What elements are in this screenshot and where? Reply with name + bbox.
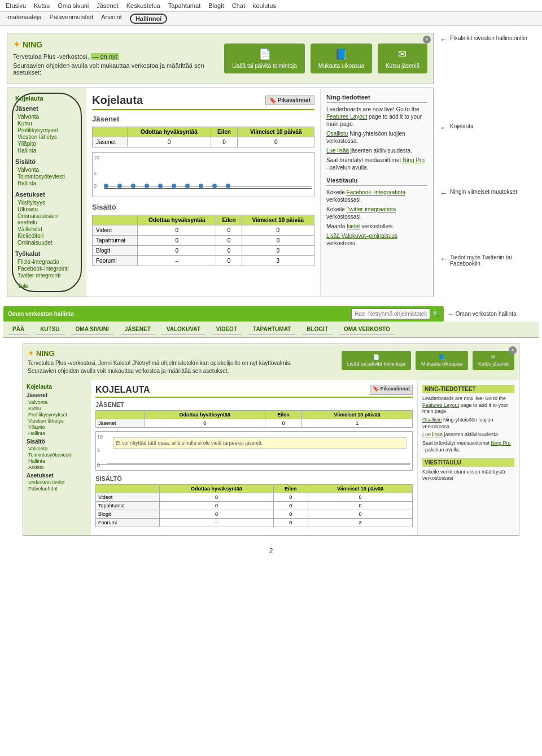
fa-osallistu-link[interactable]: Osallistu [422, 417, 442, 423]
fa-palveluehdot[interactable]: Palveluehdot [27, 486, 88, 492]
fa-ning-pro-link[interactable]: Ning Pro [491, 440, 511, 446]
fa-profiili-link[interactable]: Profilikysymykset [27, 412, 88, 418]
nav-etusivu[interactable]: Etusivu [6, 2, 26, 9]
ning-name: NING [23, 40, 42, 49]
sidebar-kielieditori[interactable]: Kielieditori [15, 233, 78, 239]
sidebar-yllapito-link[interactable]: Ylläpito [15, 141, 78, 147]
sidebar-oval: Kojelauta Jäsenet Valvonta Kutsu Profili… [12, 93, 82, 292]
nav-chat[interactable]: Chat [232, 2, 245, 9]
nav-blogit[interactable]: Blogit [208, 2, 224, 9]
mukauta-button[interactable]: 📘 Mukauta ulkoasua [311, 44, 372, 73]
oman-nav-jasenet[interactable]: JÄSENET [120, 324, 155, 335]
fa-close-icon[interactable]: × [509, 346, 517, 354]
oman-nav-paa[interactable]: PÄÄ [8, 324, 29, 335]
twitter-link[interactable]: Twitter-integraatiota [346, 206, 396, 212]
list-item: Lue lisää jäsenten aktiivisuudesta. [326, 147, 427, 154]
lisaa-toimintoja-button[interactable]: 📄 Lisää tai päivitä toimintoja [224, 44, 305, 73]
annotations-right: ← Pikalinkit sivuston hallinnointiin ← K… [437, 29, 539, 301]
osallistu-link[interactable]: Osallistu [326, 131, 348, 137]
sidebar-flickr[interactable]: Flickr-integraatio [15, 259, 78, 265]
kielet-link[interactable]: kielet [347, 223, 360, 229]
fa-arkisto-link[interactable]: Arkisto [27, 464, 88, 470]
fa-mukauta-button[interactable]: 📘 Mukauta ulkoasua [416, 351, 468, 370]
sidebar-hallinta-link[interactable]: Hallinta [15, 147, 78, 154]
fa-features-link[interactable]: Features Layout [422, 402, 459, 408]
fa-body: Kojelauta Jäsenet Valvonta Kutsu Profili… [23, 380, 519, 535]
nav-tapahtumat[interactable]: Tapahtumat [168, 2, 200, 9]
fa-hallinta-link[interactable]: Hallinta [27, 431, 88, 436]
table-row: Jäsenet 0 0 1 [96, 419, 413, 428]
sidebar-valilehdet[interactable]: Välilehdet [15, 226, 78, 232]
sidebar-jasenet-title: Jäsenet [15, 105, 78, 112]
list-item: Kokeile Facebook–integraatiota verkostos… [326, 189, 427, 203]
fa-lue-lisaa-link[interactable]: Lue lisää [422, 432, 443, 437]
viestitaulu: Kokeile Facebook–integraatiota verkostos… [326, 189, 427, 247]
sidebar-kutsu-link[interactable]: Kutsu [15, 120, 78, 127]
lue-lisaa-link[interactable]: Lue lisää [326, 147, 349, 154]
oman-nav-videot[interactable]: VIDEOT [212, 324, 242, 335]
nav-koulutus[interactable]: koulutus [253, 2, 276, 9]
nav-arvioint[interactable]: Arvioint [101, 14, 122, 24]
nav-kutsu[interactable]: Kutsu [34, 2, 50, 9]
fa-verkoston-tiedot[interactable]: Verkoston tiedot [27, 480, 88, 485]
sidebar-ominaisuudet[interactable]: Ominaisuudet [15, 240, 78, 246]
fa-sisalto-valvonta[interactable]: Valvonta [27, 446, 88, 451]
sidebar-toimintosyote[interactable]: Toimintosyöteviesti [15, 173, 78, 180]
list-item: Osallistu Ning-yhteisöön luojien verkost… [326, 130, 427, 145]
nav-oma-sivuni[interactable]: Oma sivuni [58, 2, 89, 9]
fa-col-eilen: Eilen [265, 411, 301, 419]
fa-kutsu-link[interactable]: Kutsu [27, 406, 88, 411]
sidebar-ulkoasu[interactable]: Ulkoasu [15, 206, 78, 212]
valokuvat-link[interactable]: Lisää Valokuvat–ominaisuus [326, 233, 397, 239]
search-input[interactable] [351, 309, 430, 319]
sidebar-facebook[interactable]: Facebook-integrointi [15, 266, 78, 272]
sidebar: Kojelauta Jäsenet Valvonta Kutsu Profili… [7, 88, 86, 297]
facebook-link[interactable]: Facebook–integraatiota [347, 189, 406, 195]
col-viimeiset-header: Viimeiset 10 päivää [238, 127, 314, 137]
pikalinkit-button[interactable]: 🔖 Pikavalinnat [265, 95, 314, 105]
sidebar-sisalto-valvonta[interactable]: Valvonta [15, 167, 78, 173]
fa-pikalinkit-button[interactable]: 🔖 Pikavalinnat [370, 385, 413, 395]
fa-kutsu-button[interactable]: ✉ Kutsu jäseniä [473, 351, 514, 370]
fa-yllapito-link[interactable]: Ylläpito [27, 424, 88, 430]
sidebar-kojelauta-link[interactable]: Kojelauta [15, 95, 78, 102]
sidebar-ominaisuus-asettelu[interactable]: Ominaisuuksien asettelu [15, 213, 78, 225]
oman-nav-valokuvat[interactable]: VALOKUVAT [162, 324, 205, 335]
ning-pro-link[interactable]: Ning Pro [403, 157, 425, 163]
arrow-icon: ← [440, 35, 448, 44]
sidebar-twitter[interactable]: Twitter-integrointi [15, 272, 78, 279]
close-icon[interactable]: × [423, 36, 431, 44]
nav-hallinnoi[interactable]: Hallinnoi [130, 14, 167, 24]
sidebar-viestien-link[interactable]: Viestien lähetys [15, 134, 78, 140]
sidebar-tuki[interactable]: Tuki [15, 283, 78, 289]
nav-jasenet[interactable]: Jäsenet [97, 2, 119, 9]
chart-baseline [104, 188, 312, 189]
fa-lisaa-button[interactable]: 📄 Lisää tai päivitä toimintoja [342, 351, 411, 370]
fa-valvonta-link[interactable]: Valvonta [27, 399, 88, 405]
kutsu-button[interactable]: ✉ Kutsu jäseniä [378, 44, 427, 73]
nav-keskustelua[interactable]: Keskustelua [126, 2, 160, 9]
list-item: Kokeile verkk otunnuksen määritystä verk… [422, 469, 514, 482]
table-row: Tapahtumat 0 0 0 [93, 236, 314, 246]
fa-toimintosyote[interactable]: Toimintosyöteviesti [27, 452, 88, 458]
fa-viestien-link[interactable]: Viestien lähetys [27, 418, 88, 424]
jasenet-label: Jäsenet [93, 137, 128, 147]
oman-nav-kutsu[interactable]: KUTSU [36, 324, 64, 335]
oman-nav-tapahtumat[interactable]: TAPAHTUMAT [248, 324, 295, 335]
nav-palaverimuistiot[interactable]: Palaverimuistiot [50, 14, 94, 24]
fa-actions: 📄 Lisää tai päivitä toimintoja 📘 Mukauta… [342, 351, 514, 370]
fa-kojelauta-link[interactable]: Kojelauta [27, 384, 88, 390]
sidebar-yksityisyys[interactable]: Yksityisyys [15, 199, 78, 206]
nav-materiaaleja[interactable]: -materiaaleja [6, 14, 42, 24]
oman-nav-blogit[interactable]: BLOGIT [302, 324, 333, 335]
arrow-icon: ← [448, 311, 454, 317]
sidebar-profiili-link[interactable]: Profilikysymyset [15, 127, 78, 133]
fa-sisalto-hallinta[interactable]: Hallinta [27, 458, 88, 464]
page-number: 2 [0, 541, 542, 561]
oman-nav-oma-sivuni[interactable]: OMA SIVUNI [71, 324, 113, 335]
features-layout-link[interactable]: Features Layout [326, 114, 367, 120]
sidebar-sisalto-hallinta[interactable]: Hallinta [15, 180, 78, 186]
sidebar-valvonta-link[interactable]: Valvonta [15, 114, 78, 120]
fa-desc: Seuraavien ohjeiden avulla voit mukautta… [28, 368, 291, 374]
oman-nav-oma-verkosto[interactable]: OMA VERKOSTO [339, 324, 395, 335]
